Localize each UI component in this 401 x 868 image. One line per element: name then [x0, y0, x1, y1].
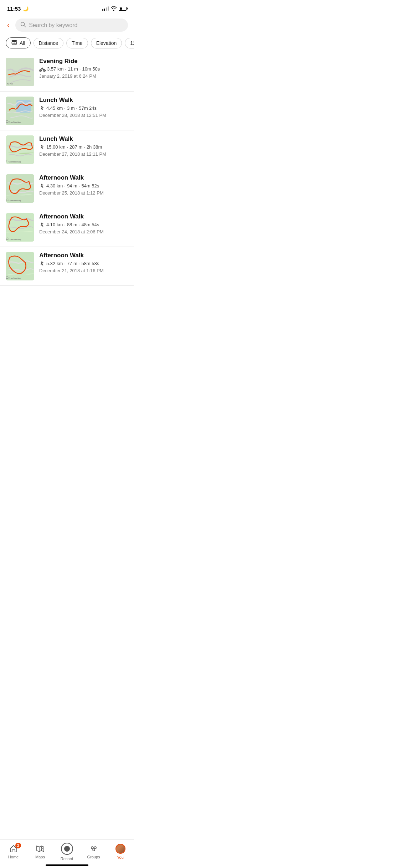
svg-text:OpenStreetMap: OpenStreetMap	[9, 277, 21, 279]
activity-info: Afternoon Walk 4.10 km · 88 m · 48m 54s …	[34, 213, 128, 234]
activity-stats: 4.45 km · 3 m · 57m 24s	[39, 105, 128, 111]
svg-text:OpenStreetMap: OpenStreetMap	[9, 238, 21, 241]
svg-point-4	[12, 40, 17, 42]
activity-stats: 3.57 km · 11 m · 10m 50s	[39, 66, 128, 72]
activity-duration: 54m 52s	[81, 183, 99, 188]
status-icons	[102, 6, 127, 11]
filter-date[interactable]: 13 Sep 2011 – 13	[125, 38, 134, 48]
activity-distance: 4.45 km	[46, 105, 63, 111]
activity-type-icon	[39, 66, 46, 72]
status-time: 11:53	[7, 6, 21, 12]
activity-type-icon	[39, 222, 45, 228]
svg-text:KHAM: KHAM	[7, 83, 13, 85]
filter-all[interactable]: All	[6, 37, 31, 48]
activity-item[interactable]: OpenStreetMap Lunch Walk 4.45 km · 3 m ·…	[0, 92, 134, 130]
activity-item[interactable]: OpenStreetMap Lunch Walk 15.00 km · 287 …	[0, 130, 134, 169]
activity-date: January 2, 2019 at 6:24 PM	[39, 73, 128, 79]
activity-elevation: 11 m	[68, 66, 78, 72]
activity-elevation: 287 m	[70, 144, 82, 150]
filter-all-label: All	[20, 40, 25, 46]
activity-title: Lunch Walk	[39, 97, 128, 104]
filter-bar: All Distance Time Elevation 13 Sep 2011 …	[0, 36, 134, 53]
activity-title: Evening Ride	[39, 58, 128, 65]
moon-icon: 🌙	[23, 6, 29, 11]
activity-info: Lunch Walk 4.45 km · 3 m · 57m 24s Decem…	[34, 97, 128, 118]
activity-stats: 4.30 km · 94 m · 54m 52s	[39, 183, 128, 189]
activity-type-icon	[39, 260, 45, 267]
activity-item[interactable]: KHAM Evening Ride 3.57 km · 11 m · 10m 5…	[0, 53, 134, 92]
activity-duration: 48m 54s	[81, 222, 99, 227]
activity-distance: 15.00 km	[46, 144, 65, 150]
activity-map: OpenStreetMap	[6, 174, 34, 203]
activity-date: December 27, 2018 at 12:11 PM	[39, 151, 128, 157]
filter-time-label: Time	[72, 40, 83, 46]
svg-line-1	[24, 26, 26, 27]
activity-elevation: 3 m	[67, 105, 75, 111]
svg-text:OpenStreetMap: OpenStreetMap	[9, 200, 21, 202]
activity-item[interactable]: OpenStreetMap Afternoon Walk 4.10 km · 8…	[0, 208, 134, 247]
activity-stats: 5.32 km · 77 m · 58m 58s	[39, 260, 128, 267]
activity-date: December 25, 2018 at 1:12 PM	[39, 190, 128, 196]
activity-type-icon	[39, 144, 45, 150]
filter-date-label: 13 Sep 2011 – 13	[130, 40, 134, 46]
search-bar[interactable]: Search by keyword	[15, 19, 128, 32]
activity-map: KHAM	[6, 58, 34, 86]
svg-text:OpenStreetMap: OpenStreetMap	[9, 161, 21, 163]
svg-point-10	[42, 67, 43, 68]
activity-map: OpenStreetMap	[6, 97, 34, 125]
activity-info: Lunch Walk 15.00 km · 287 m · 2h 38m Dec…	[34, 135, 128, 157]
activity-stats: 4.10 km · 88 m · 48m 54s	[39, 222, 128, 228]
wifi-icon	[111, 6, 117, 11]
activity-stats: 15.00 km · 287 m · 2h 38m	[39, 144, 128, 150]
signal-icon	[102, 6, 109, 11]
activity-map: OpenStreetMap	[6, 252, 34, 280]
activity-distance: 3.57 km	[47, 66, 63, 72]
status-bar: 11:53 🌙	[0, 0, 134, 16]
activity-item[interactable]: OpenStreetMap Afternoon Walk 4.30 km · 9…	[0, 169, 134, 208]
activity-title: Lunch Walk	[39, 135, 128, 143]
filter-distance-label: Distance	[39, 40, 58, 46]
activity-info: Afternoon Walk 5.32 km · 77 m · 58m 58s …	[34, 252, 128, 273]
search-icon	[20, 22, 26, 29]
svg-text:OpenStreetMap: OpenStreetMap	[9, 121, 21, 123]
activity-duration: 57m 24s	[79, 105, 97, 111]
activity-map: OpenStreetMap	[6, 213, 34, 242]
back-button[interactable]: ‹	[6, 20, 11, 31]
activity-type-icon	[39, 105, 45, 111]
activity-duration: 2h 38m	[87, 144, 102, 150]
activity-duration: 10m 50s	[82, 66, 100, 72]
activity-title: Afternoon Walk	[39, 213, 128, 220]
filter-elevation[interactable]: Elevation	[91, 38, 122, 48]
activity-list: KHAM Evening Ride 3.57 km · 11 m · 10m 5…	[0, 53, 134, 286]
activity-date: December 21, 2018 at 1:16 PM	[39, 268, 128, 273]
activity-map: OpenStreetMap	[6, 135, 34, 164]
header: ‹ Search by keyword	[0, 16, 134, 36]
battery-icon	[119, 7, 127, 11]
layers-icon	[11, 40, 17, 46]
activity-date: December 24, 2018 at 2:06 PM	[39, 229, 128, 234]
filter-time[interactable]: Time	[66, 38, 88, 48]
activity-duration: 58m 58s	[81, 261, 99, 266]
activity-elevation: 77 m	[67, 261, 77, 266]
activity-elevation: 94 m	[67, 183, 77, 188]
activity-distance: 4.30 km	[46, 183, 63, 188]
activity-info: Evening Ride 3.57 km · 11 m · 10m 50s Ja…	[34, 58, 128, 79]
activity-distance: 5.32 km	[46, 261, 63, 266]
activity-date: December 28, 2018 at 12:51 PM	[39, 113, 128, 118]
activity-title: Afternoon Walk	[39, 252, 128, 259]
filter-distance[interactable]: Distance	[34, 38, 63, 48]
filter-elevation-label: Elevation	[96, 40, 117, 46]
activity-distance: 4.10 km	[46, 222, 63, 227]
search-placeholder: Search by keyword	[29, 22, 77, 29]
activity-elevation: 88 m	[67, 222, 77, 227]
activity-item[interactable]: OpenStreetMap Afternoon Walk 5.32 km · 7…	[0, 247, 134, 286]
activity-type-icon	[39, 183, 45, 189]
activity-info: Afternoon Walk 4.30 km · 94 m · 54m 52s …	[34, 174, 128, 196]
activity-title: Afternoon Walk	[39, 174, 128, 181]
